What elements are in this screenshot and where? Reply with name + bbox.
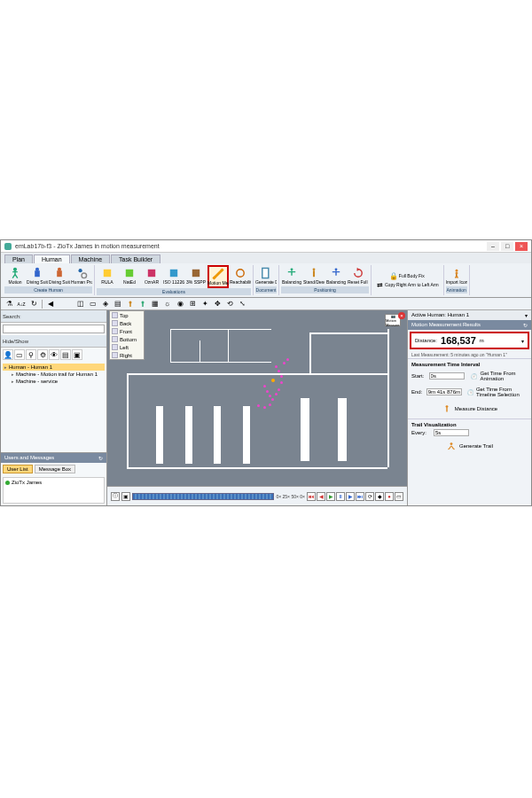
- tab-message-box[interactable]: Message Box: [35, 465, 75, 473]
- view-front[interactable]: Front: [110, 327, 144, 335]
- svg-rect-15: [262, 268, 269, 278]
- view-right[interactable]: Right: [110, 351, 144, 359]
- tl-info-icon[interactable]: ⓘ: [111, 492, 120, 501]
- filter-doc-icon[interactable]: ▤: [60, 349, 71, 360]
- svg-point-5: [79, 269, 82, 272]
- tree-item-service[interactable]: Machine - service: [3, 378, 105, 385]
- tool-rotate-icon[interactable]: ⟲: [224, 299, 235, 309]
- filter-pin-icon[interactable]: ⚲: [26, 349, 36, 360]
- iso-button[interactable]: ISO 11226: [163, 265, 184, 288]
- diver-icon: [31, 267, 43, 279]
- filter-eye-icon[interactable]: 👁: [49, 349, 59, 360]
- tree-item-trail[interactable]: Machine - Motion trail for Human 1: [3, 371, 105, 378]
- generate-trail-button[interactable]: Generate Trail: [411, 439, 528, 453]
- balancing-2-button[interactable]: Balancing: [325, 265, 347, 286]
- tl-next-icon[interactable]: ▶: [346, 492, 355, 501]
- camera-close-icon[interactable]: ×: [398, 312, 405, 319]
- tab-machine[interactable]: Machine: [71, 254, 110, 263]
- tl-rec-icon[interactable]: ●: [385, 492, 394, 501]
- sspp-button[interactable]: 3% SSPP: [185, 265, 207, 288]
- tool-scale-icon[interactable]: ⤡: [237, 299, 247, 309]
- tl-key-icon[interactable]: ◆: [375, 492, 384, 501]
- tool-light-icon[interactable]: ☼: [162, 299, 173, 309]
- tl-start-icon[interactable]: ⏮: [307, 492, 316, 501]
- user-row[interactable]: ZioTx James: [5, 480, 102, 485]
- tool-view2-icon[interactable]: ◈: [100, 299, 111, 309]
- tab-task-builder[interactable]: Task Builder: [111, 254, 160, 263]
- tool-filter-icon[interactable]: ⚗: [4, 299, 14, 309]
- view-top[interactable]: Top: [110, 311, 144, 319]
- rula-button[interactable]: RULA: [97, 265, 118, 288]
- tool-axis-icon[interactable]: ✦: [200, 299, 210, 309]
- tl-cam-icon[interactable]: ▣: [121, 492, 130, 501]
- maximize-button[interactable]: □: [501, 242, 513, 251]
- view-back[interactable]: Back: [110, 319, 144, 327]
- tab-user-list[interactable]: User List: [3, 465, 33, 473]
- tool-sort-az-icon[interactable]: A↓Z: [16, 299, 27, 309]
- get-time-selection-button[interactable]: 🕒 Get Time From Timeline Selection: [465, 385, 528, 399]
- measure-distance-button[interactable]: Measure Distance: [411, 402, 528, 416]
- chevron-down-icon[interactable]: ▾: [521, 338, 524, 344]
- svg-point-13: [221, 269, 223, 271]
- start-input[interactable]: [429, 372, 465, 379]
- dropdown-icon[interactable]: ▾: [525, 312, 528, 318]
- diving-suit-2-button[interactable]: Diving Suit: [49, 265, 70, 286]
- view-bottom[interactable]: Bottom: [110, 335, 144, 343]
- svg-rect-7: [104, 270, 111, 277]
- generate-document-button[interactable]: Generate Document: [255, 265, 277, 286]
- tool-refresh-icon[interactable]: ↻: [28, 299, 39, 309]
- tl-loop-icon[interactable]: ⟳: [365, 492, 374, 501]
- tool-snap-icon[interactable]: ⊞: [187, 299, 198, 309]
- refresh-icon[interactable]: ↻: [98, 455, 103, 461]
- tl-settings-icon[interactable]: ▭: [395, 492, 403, 501]
- get-time-anim-button[interactable]: 🕘 Get Time From Animation: [467, 369, 528, 383]
- close-button[interactable]: ×: [515, 242, 528, 251]
- end-input[interactable]: [426, 388, 462, 395]
- cube-icon: [112, 344, 118, 350]
- tool-person2-icon[interactable]: [137, 299, 148, 309]
- tl-end-icon[interactable]: ⏭: [356, 492, 364, 501]
- tab-plan[interactable]: Plan: [4, 254, 33, 263]
- object-tree[interactable]: Human - Human 1 Machine - Motion trail f…: [1, 362, 106, 452]
- stand-descend-button[interactable]: Stand/Descend: [303, 265, 325, 286]
- filter-cam-icon[interactable]: ▣: [72, 349, 82, 360]
- filter-gear-icon[interactable]: ⚙: [37, 349, 48, 360]
- filter-box-icon[interactable]: ▭: [14, 349, 25, 360]
- viewport-3d[interactable]: Top Back Front Bottom Left Right × 📷 Mot…: [107, 310, 407, 486]
- reset-full-body-button[interactable]: Reset Full Body: [348, 265, 369, 286]
- tool-grid-icon[interactable]: ▦: [150, 299, 160, 309]
- tool-color-icon[interactable]: ◉: [175, 299, 185, 309]
- tl-pause-icon[interactable]: ⏸: [336, 492, 345, 501]
- tool-arrow-left-icon[interactable]: ◀: [45, 299, 56, 309]
- tool-view3-icon[interactable]: ▤: [113, 299, 123, 309]
- tab-human[interactable]: Human: [34, 254, 70, 263]
- human-properties-button[interactable]: Human Properties: [71, 265, 92, 286]
- motion-measurement-button[interactable]: Motion Measurement: [207, 265, 229, 288]
- reachability-button[interactable]: Reachability Test: [230, 265, 251, 288]
- users-tabs: User List Message Box: [1, 463, 106, 475]
- minimize-button[interactable]: –: [487, 242, 499, 251]
- filter-person-icon[interactable]: 👤: [3, 349, 13, 360]
- tool-move-icon[interactable]: ✥: [212, 299, 223, 309]
- every-input[interactable]: [434, 429, 469, 436]
- balancing-button[interactable]: Balancing: [281, 265, 302, 286]
- tl-prev-icon[interactable]: ◀: [317, 492, 325, 501]
- tree-item-human[interactable]: Human - Human 1: [3, 364, 105, 371]
- status-dot-icon: [5, 481, 10, 485]
- motion-button[interactable]: Motion: [4, 265, 26, 286]
- view-left[interactable]: Left: [110, 343, 144, 351]
- diving-suit-button[interactable]: Diving Suit: [27, 265, 48, 286]
- oznar-button[interactable]: OznAR: [141, 265, 162, 288]
- nated-button[interactable]: NatEd: [119, 265, 140, 288]
- timeline: ⓘ ▣ 0× 25× 50× 0× ⏮ ◀ ▶ ⏸ ▶ ⏭ ⟳ ◆ ● ▭: [107, 486, 407, 505]
- full-body-fix-button[interactable]: 🔒Full Body Fix: [387, 271, 427, 280]
- search-input[interactable]: [3, 325, 105, 333]
- panel-refresh-icon[interactable]: ↻: [523, 322, 528, 328]
- timeline-track[interactable]: [132, 493, 274, 500]
- tool-person-icon[interactable]: [125, 299, 136, 309]
- tool-view1-icon[interactable]: ▭: [88, 299, 98, 309]
- tl-play-icon[interactable]: ▶: [326, 492, 335, 501]
- tool-cube-icon[interactable]: ◫: [75, 299, 86, 309]
- import-animation-button[interactable]: Import Iconic Animation: [446, 265, 467, 286]
- copy-arm-button[interactable]: ⇄Copy Right Arm to Left Arm: [373, 280, 442, 289]
